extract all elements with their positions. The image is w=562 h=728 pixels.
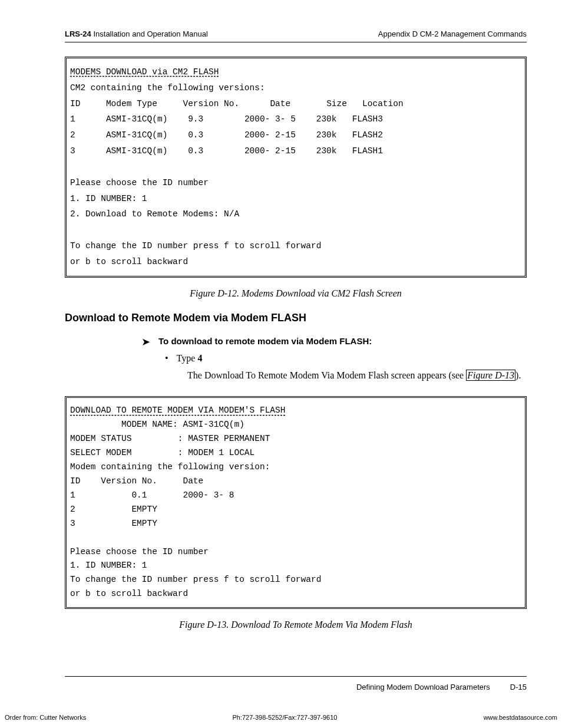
procedure-line: ➤ To download to remote modem via Modem … (141, 336, 527, 349)
screen2-title: DOWNLOAD TO REMOTE MODEM VIA MODEM'S FLA… (70, 406, 285, 415)
s2-cols: ID Version No. Date (70, 476, 203, 486)
terminal-screen-1: MODEMS DOWNLOAD via CM2 FLASH CM2 contai… (65, 57, 527, 278)
body-paragraph: The Download To Remote Modem Via Modem F… (187, 368, 527, 382)
table-row: 1 0.1 2000- 3- 8 (70, 490, 234, 500)
footer-page: D-15 (510, 683, 527, 691)
s2-l2: MODEM STATUS : MASTER PERMANENT (70, 434, 270, 443)
table-row: 3 EMPTY (70, 519, 157, 528)
s2-p3: To change the ID number press f to scrol… (70, 575, 321, 584)
s2-l4: Modem containing the following version: (70, 462, 270, 472)
figure-caption-2: Figure D-13. Download To Remote Modem Vi… (65, 620, 527, 630)
terminal-screen-2: DOWNLOAD TO REMOTE MODEM VIA MODEM'S FLA… (65, 396, 527, 609)
s1-p4: To change the ID number press f to scrol… (70, 241, 321, 251)
s1-p2: 1. ID NUMBER: 1 (70, 194, 147, 203)
s2-l3: SELECT MODEM : MODEM 1 LOCAL (70, 448, 254, 457)
s2-p4: or b to scroll backward (70, 589, 188, 598)
screen1-title: MODEMS DOWNLOAD via CM2 FLASH (70, 67, 219, 77)
s2-p2: 1. ID NUMBER: 1 (70, 561, 147, 570)
vendor-left: Order from: Cutter Networks (5, 714, 86, 721)
table-row: 3 ASMI-31CQ(m) 0.3 2000- 2-15 230k FLASH… (70, 146, 383, 156)
vendor-footer: Order from: Cutter Networks Ph:727-398-5… (0, 714, 562, 721)
page-header: LRS-24 Installation and Operation Manual… (65, 29, 527, 38)
s1-cols: ID Modem Type Version No. Date Size Loca… (70, 99, 404, 108)
procedure-text: To download to remote modem via Modem FL… (158, 336, 372, 346)
s1-p3: 2. Download to Remote Modems: N/A (70, 209, 239, 219)
screen1-sub: CM2 containing the following versions: (70, 83, 265, 93)
s2-l1: MODEM NAME: ASMI-31CQ(m) (70, 420, 244, 429)
figure-caption-1: Figure D-12. Modems Download via CM2 Fla… (65, 288, 527, 299)
section-heading: Download to Remote Modem via Modem FLASH (65, 312, 527, 324)
hdr-right: Appendix D CM-2 Management Commands (378, 29, 527, 38)
s1-p5: or b to scroll backward (70, 257, 188, 266)
ftr-rule (65, 676, 527, 677)
table-row: 2 EMPTY (70, 505, 157, 514)
arrow-icon: ➤ (141, 336, 150, 349)
bullet-icon: • (165, 353, 168, 363)
hdr-left: LRS-24 Installation and Operation Manual (65, 29, 208, 38)
table-row: 1 ASMI-31CQ(m) 9.3 2000- 3- 5 230k FLASH… (70, 114, 383, 124)
page-footer: Defining Modem Download Parameters D-15 (65, 676, 527, 691)
figure-ref-link[interactable]: Figure D-13 (466, 370, 515, 381)
table-row: 2 ASMI-31CQ(m) 0.3 2000- 2-15 230k FLASH… (70, 130, 383, 140)
vendor-right: www.bestdatasource.com (484, 714, 557, 721)
s2-p1: Please choose the ID number (70, 547, 209, 556)
footer-section: Defining Modem Download Parameters (356, 683, 490, 691)
hdr-rule (65, 42, 527, 42)
s1-p1: Please choose the ID number (70, 178, 209, 187)
vendor-mid: Ph:727-398-5252/Fax:727-397-9610 (232, 714, 337, 721)
bullet-line: •Type 4 (165, 353, 527, 364)
